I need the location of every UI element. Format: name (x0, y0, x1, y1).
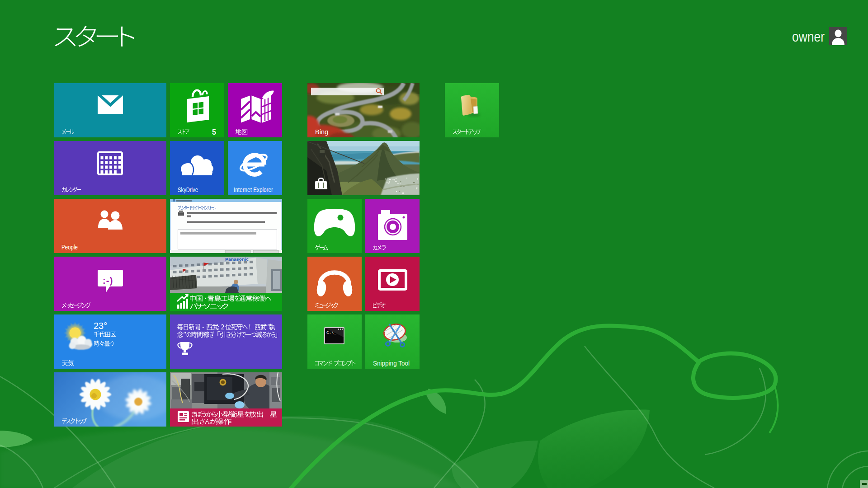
svg-text:SkyDrive: SkyDrive (178, 186, 198, 193)
svg-text:owner: owner (792, 28, 825, 45)
svg-text:5: 5 (212, 128, 216, 136)
svg-text:People: People (61, 244, 78, 251)
svg-text:Internet Explorer: Internet Explorer (234, 186, 273, 193)
svg-text::-): :-) (103, 276, 113, 286)
svg-text:C:\_: C:\_ (326, 331, 336, 335)
svg-text:Bing: Bing (315, 128, 328, 136)
svg-text:Panasonic: Panasonic (225, 257, 249, 262)
svg-text:Snipping Tool: Snipping Tool (373, 360, 410, 367)
svg-text:23°: 23° (94, 321, 107, 331)
